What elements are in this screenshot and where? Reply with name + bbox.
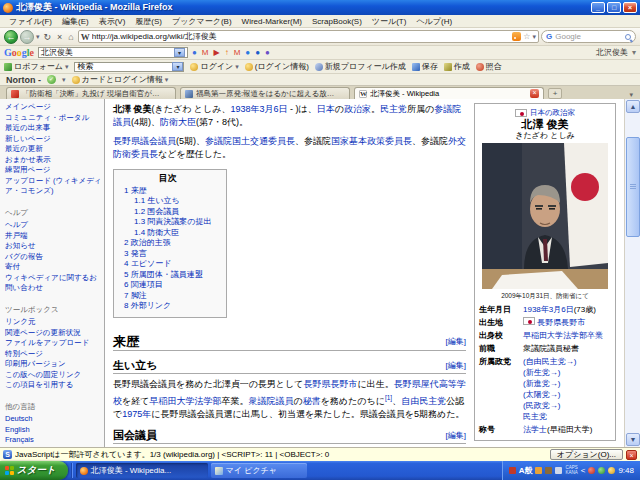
wiki-link[interactable]: 1938年3月6日	[523, 305, 574, 314]
wiki-link[interactable]: 長野市	[330, 379, 357, 389]
menu-item[interactable]: ツール(T)	[367, 16, 412, 27]
url-text[interactable]: http://ja.wikipedia.org/wiki/北澤俊美	[92, 31, 511, 42]
party-link[interactable]: 民主党	[523, 411, 611, 422]
toc-link[interactable]: 4 エピソード	[124, 259, 212, 270]
language-bar-chevron-icon[interactable]: <	[581, 466, 586, 475]
language-bar-icon[interactable]	[509, 467, 516, 474]
party-link[interactable]: (民政党→)	[523, 400, 611, 411]
sidebar-link[interactable]: 印刷用バージョン	[5, 359, 102, 370]
sidebar-link[interactable]: 新しいページ	[5, 134, 102, 145]
menu-item[interactable]: 編集(E)	[57, 16, 94, 27]
toc-link[interactable]: 1.1 生い立ち	[124, 196, 212, 207]
scrollbar-thumb[interactable]	[626, 137, 640, 237]
wiki-link[interactable]: 秘書	[303, 396, 321, 406]
toc-link[interactable]: 1 来歴	[124, 186, 212, 197]
wiki-link[interactable]: 長野県長野市	[537, 318, 585, 327]
tab-close-icon[interactable]: ×	[530, 89, 539, 98]
wiki-link[interactable]: 日本	[317, 104, 335, 114]
wiki-link[interactable]: 自由民主党	[401, 396, 446, 406]
toc-link[interactable]: 6 関連項目	[124, 280, 212, 291]
google-search-input[interactable]: 北沢俊美 ▾	[38, 47, 188, 58]
edit-link[interactable]: [編集]	[446, 334, 466, 349]
party-link[interactable]: (自由民主党→)	[523, 356, 611, 367]
wiki-link[interactable]: 参議院国土交通委員長	[205, 136, 295, 146]
sidebar-link[interactable]: コミュニティ・ポータル	[5, 113, 102, 124]
toc-link[interactable]: 8 外部リンク	[124, 301, 212, 312]
google-query-dropdown-icon[interactable]: ▾	[174, 48, 185, 57]
interlanguage-link[interactable]: English	[5, 425, 102, 436]
wiki-link[interactable]: 法学士	[523, 425, 547, 434]
google-toolbar-icons[interactable]: ●M▶↑M●●●	[192, 48, 592, 57]
sidebar-link[interactable]: 関連ページの更新状況	[5, 328, 102, 339]
list-all-tabs-icon[interactable]: ▾	[626, 91, 636, 99]
roboform-generate-button[interactable]: 作成	[444, 61, 470, 72]
interlanguage-link[interactable]: 한국어	[5, 446, 102, 448]
wiki-link[interactable]: 衆議院議員	[248, 396, 293, 406]
sidebar-link[interactable]: 寄付	[5, 262, 102, 273]
roboform-search-combo[interactable]: 検索 ▾	[74, 62, 184, 72]
wiki-link[interactable]: 早稲田大学法学部卒業	[523, 331, 603, 340]
bookmark-star-icon[interactable]: ☆	[523, 32, 530, 41]
sidebar-link[interactable]: ヘルプ	[5, 220, 102, 231]
scroll-up-icon[interactable]: ▲	[626, 100, 640, 113]
new-tab-button[interactable]: +	[548, 88, 562, 99]
wiki-link[interactable]: 民主党	[380, 104, 407, 114]
menu-item[interactable]: ヘルプ(H)	[411, 16, 457, 27]
menu-item[interactable]: 表示(V)	[94, 16, 131, 27]
wiki-link[interactable]: 政治家	[344, 104, 371, 114]
history-dropdown-icon[interactable]: ▾	[36, 33, 40, 41]
wiki-link[interactable]: 国家基本政策委員長	[331, 136, 412, 146]
norton-safety-icon[interactable]: ✓	[47, 75, 56, 84]
edit-link[interactable]: [編集]	[446, 359, 466, 372]
sidebar-link[interactable]: 最近の更新	[5, 144, 102, 155]
search-icon[interactable]	[625, 34, 631, 40]
url-dropdown-icon[interactable]: ▾	[532, 33, 536, 41]
tray-icon-3[interactable]	[608, 467, 615, 474]
menu-item[interactable]: ブックマーク(B)	[167, 16, 237, 27]
noscript-icon[interactable]: S	[3, 450, 12, 459]
options-button[interactable]: オプション(O)...	[550, 449, 623, 460]
toc-link[interactable]: 1.4 防衛大臣	[124, 228, 212, 239]
stop-button[interactable]: ×	[55, 32, 64, 42]
toc-link[interactable]: 1.3 問責決議案の提出	[124, 217, 212, 228]
sidebar-link[interactable]: 特別ページ	[5, 349, 102, 360]
interlanguage-link[interactable]: Deutsch	[5, 414, 102, 425]
tab-2[interactable]: 福島第一原発:報道をはるかに超える放…	[180, 87, 350, 99]
roboform-save-button[interactable]: 保存	[412, 61, 438, 72]
wiki-link[interactable]: 1938年	[231, 104, 260, 114]
highlight-words-button[interactable]: 北沢俊美	[596, 47, 628, 58]
tab-1[interactable]: 「防衛相「決断」丸投げ 現場自衛官が…	[6, 87, 176, 99]
infobox-category[interactable]: 日本の政治家	[530, 107, 575, 118]
search-engine-box[interactable]: G Google	[541, 30, 636, 43]
wiki-link[interactable]: 1975年	[122, 409, 151, 419]
wiki-link[interactable]: 防衛大臣	[160, 117, 196, 127]
close-button[interactable]: ×	[623, 2, 637, 13]
roboform-menu-button[interactable]: ロボフォーム ▾	[4, 61, 68, 72]
tray-icon-1[interactable]	[588, 467, 595, 474]
maximize-button[interactable]: □	[607, 2, 621, 13]
wiki-link[interactable]: 早稲田大学法学部	[149, 396, 221, 406]
roboform-new-profile-button[interactable]: 新規プロフィール作成	[315, 61, 406, 72]
menu-item[interactable]: ファイル(F)	[4, 16, 57, 27]
toc-link[interactable]: 7 脚注	[124, 291, 212, 302]
menu-item[interactable]: ScrapBook(S)	[307, 17, 367, 26]
sidebar-link[interactable]: この版への固定リンク	[5, 370, 102, 381]
norton-dropdown-icon[interactable]: ▾	[62, 76, 66, 84]
sidebar-link[interactable]: この項目を引用する	[5, 380, 102, 391]
start-button[interactable]: スタート	[0, 461, 68, 480]
sidebar-link[interactable]: ファイルをアップロード	[5, 338, 102, 349]
back-button[interactable]: ←	[4, 30, 18, 44]
roboform-match-button[interactable]: 照合	[476, 61, 502, 72]
sidebar-link[interactable]: ウィキペディアに関するお問い合わせ	[5, 273, 102, 294]
party-link[interactable]: (新進党→)	[523, 378, 611, 389]
search-placeholder[interactable]: Google	[555, 32, 622, 41]
toc-link[interactable]: 1.2 国会議員	[124, 207, 212, 218]
infobar-close-icon[interactable]: ×	[626, 450, 637, 460]
minimize-button[interactable]: _	[591, 2, 605, 13]
sidebar-link[interactable]: バグの報告	[5, 252, 102, 263]
scroll-down-icon[interactable]: ▼	[626, 433, 640, 446]
toc-link[interactable]: 3 発言	[124, 249, 212, 260]
reload-button[interactable]: ↻	[42, 32, 54, 42]
ime-dictionary-icon[interactable]	[555, 467, 562, 474]
party-link[interactable]: (太陽党→)	[523, 389, 611, 400]
